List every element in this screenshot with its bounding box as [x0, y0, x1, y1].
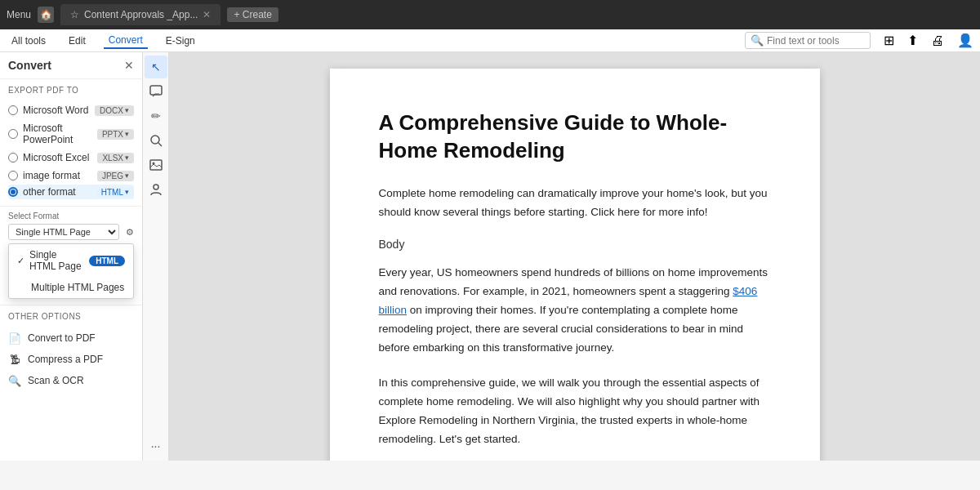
- check-icon: ✓: [17, 256, 24, 266]
- para1-before: Every year, US homeowners spend hundreds…: [379, 266, 768, 297]
- convert-to-pdf-option[interactable]: 📄 Convert to PDF: [8, 327, 134, 349]
- toolbar-edit[interactable]: Edit: [64, 33, 91, 48]
- scan-ocr-label: Scan & OCR: [28, 375, 84, 386]
- format-select-row: Single HTML Page Multiple HTML Pages ⚙ ℹ: [8, 224, 134, 240]
- convert-panel: Convert ✕ EXPORT PDF TO Microsoft Word D…: [0, 52, 143, 461]
- powerpoint-badge[interactable]: PPTX ▾: [97, 129, 134, 140]
- select-format-label: Select Format: [8, 212, 134, 220]
- powerpoint-radio[interactable]: [8, 129, 18, 139]
- multiple-html-label: Multiple HTML Pages: [31, 282, 124, 293]
- panel-title: Convert: [8, 59, 51, 72]
- pdf-body-label: Body: [379, 238, 771, 251]
- svg-rect-4: [150, 160, 162, 170]
- excel-label: Microsoft Excel: [23, 152, 89, 163]
- other-radio-outer: [8, 187, 18, 197]
- view-icon[interactable]: ⊞: [884, 33, 894, 48]
- zoom-tool-button[interactable]: [145, 129, 167, 152]
- more-tools-button[interactable]: ···: [145, 434, 167, 457]
- image-tool-button[interactable]: [145, 154, 167, 176]
- cursor-tool-button[interactable]: ↖: [145, 56, 167, 78]
- app-toolbar: All tools Edit Convert E-Sign 🔍 ⊞ ⬆ 🖨 👤: [0, 29, 980, 52]
- other-radio-inner: [11, 189, 16, 194]
- excel-radio[interactable]: [8, 153, 18, 163]
- format-select-dropdown[interactable]: Single HTML Page Multiple HTML Pages: [8, 224, 119, 240]
- print-icon[interactable]: 🖨: [931, 33, 944, 48]
- compress-pdf-label: Compress a PDF: [28, 354, 103, 365]
- export-label: EXPORT PDF TO: [8, 86, 134, 95]
- toolbar-all-tools[interactable]: All tools: [7, 33, 51, 48]
- pdf-title: A Comprehensive Guide to Whole-Home Remo…: [379, 109, 771, 165]
- tab-close-button[interactable]: ✕: [203, 9, 211, 20]
- pdf-intro: Complete home remodeling can dramaticall…: [379, 185, 771, 222]
- pdf-paragraph2: In this comprehensive guide, we will wal…: [379, 374, 771, 449]
- person-tool-button[interactable]: [145, 178, 167, 201]
- upload-icon[interactable]: ⬆: [907, 33, 918, 48]
- panel-header: Convert ✕: [0, 52, 142, 79]
- format-dropdown-menu: ✓ Single HTML Page HTML Multiple HTML Pa…: [8, 243, 134, 299]
- convert-pdf-icon: 📄: [8, 332, 21, 345]
- image-radio[interactable]: [8, 171, 18, 180]
- other-label: other format: [23, 186, 76, 198]
- tab-title: Content Approvals _App...: [84, 9, 198, 20]
- search-icon: 🔍: [751, 34, 764, 47]
- compress-pdf-option[interactable]: 🗜 Compress a PDF: [8, 349, 134, 370]
- other-options-section: OTHER OPTIONS 📄 Convert to PDF 🗜 Compres…: [0, 305, 142, 396]
- powerpoint-option-left: Microsoft PowerPoint: [8, 122, 97, 145]
- other-options-label: OTHER OPTIONS: [8, 312, 134, 321]
- pdf-paragraph1: Every year, US homeowners spend hundreds…: [379, 264, 771, 358]
- word-radio[interactable]: [8, 105, 18, 115]
- menu-button[interactable]: Menu: [7, 9, 31, 20]
- format-icons: ⚙ ℹ: [122, 225, 143, 239]
- dropdown-single-html[interactable]: ✓ Single HTML Page HTML: [9, 244, 133, 277]
- icon-sidebar: ↖ ✏ ···: [143, 52, 169, 461]
- pdf-page: A Comprehensive Guide to Whole-Home Remo…: [330, 69, 820, 461]
- word-label: Microsoft Word: [23, 105, 88, 116]
- content-area: A Comprehensive Guide to Whole-Home Remo…: [169, 52, 980, 461]
- settings-icon[interactable]: ⚙: [122, 225, 137, 239]
- search-input[interactable]: [767, 35, 865, 47]
- other-option-row[interactable]: other format HTML ▾: [8, 185, 134, 199]
- excel-badge[interactable]: XLSX ▾: [97, 153, 134, 163]
- compress-pdf-icon: 🗜: [8, 353, 21, 366]
- word-badge[interactable]: DOCX ▾: [95, 105, 134, 116]
- other-badge[interactable]: HTML ▾: [96, 187, 134, 198]
- tab-star-icon: ☆: [70, 9, 79, 20]
- convert-pdf-label: Convert to PDF: [28, 332, 96, 344]
- browser-tab[interactable]: ☆ Content Approvals _App... ✕: [60, 4, 220, 25]
- image-label: image format: [23, 170, 80, 181]
- svg-line-3: [158, 143, 162, 146]
- dropdown-multiple-html[interactable]: Multiple HTML Pages: [9, 277, 133, 298]
- select-format-section: Select Format Single HTML Page Multiple …: [0, 206, 142, 243]
- image-option-left: image format: [8, 170, 80, 181]
- export-section: EXPORT PDF TO Microsoft Word DOCX ▾ Micr…: [0, 79, 142, 206]
- user-icon[interactable]: 👤: [957, 33, 973, 48]
- main-layout: Convert ✕ EXPORT PDF TO Microsoft Word D…: [0, 52, 980, 461]
- word-option-row[interactable]: Microsoft Word DOCX ▾: [8, 101, 134, 119]
- panel-close-button[interactable]: ✕: [124, 59, 134, 72]
- browser-chrome: Menu 🏠 ☆ Content Approvals _App... ✕ + C…: [0, 0, 980, 29]
- single-html-label: Single HTML Page: [29, 249, 84, 272]
- powerpoint-label: Microsoft PowerPoint: [23, 122, 97, 145]
- svg-point-2: [151, 136, 159, 144]
- para1-after: on improving their homes. If you're cont…: [379, 304, 743, 354]
- image-badge[interactable]: JPEG ▾: [97, 171, 134, 181]
- comment-tool-button[interactable]: [145, 80, 167, 103]
- html-badge: HTML: [89, 256, 125, 266]
- home-button[interactable]: 🏠: [38, 7, 54, 23]
- powerpoint-option-row[interactable]: Microsoft PowerPoint PPTX ▾: [8, 119, 134, 149]
- image-option-row[interactable]: image format JPEG ▾: [8, 167, 134, 185]
- new-tab-button[interactable]: + Create: [227, 7, 278, 22]
- word-option-left: Microsoft Word: [8, 105, 88, 116]
- excel-option-row[interactable]: Microsoft Excel XLSX ▾: [8, 149, 134, 167]
- scan-ocr-option[interactable]: 🔍 Scan & OCR: [8, 370, 134, 391]
- svg-point-6: [154, 185, 158, 189]
- other-option-left: other format: [8, 186, 76, 198]
- search-box[interactable]: 🔍: [745, 32, 871, 49]
- toolbar-esign[interactable]: E-Sign: [161, 33, 200, 48]
- svg-rect-1: [150, 86, 162, 95]
- info-icon[interactable]: ℹ: [140, 225, 143, 239]
- excel-option-left: Microsoft Excel: [8, 152, 89, 163]
- pen-tool-button[interactable]: ✏: [145, 105, 167, 127]
- toolbar-convert[interactable]: Convert: [104, 33, 148, 49]
- scan-ocr-icon: 🔍: [8, 374, 21, 387]
